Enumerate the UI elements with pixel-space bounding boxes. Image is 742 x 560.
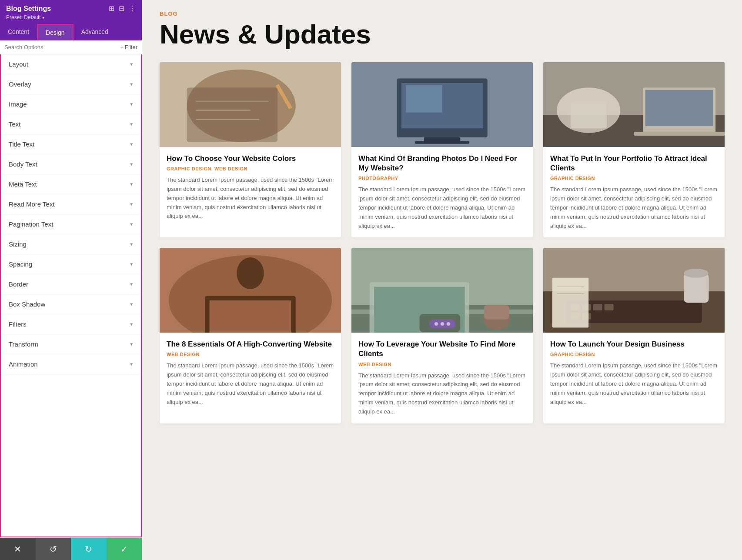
panel-title: Blog Settings <box>6 5 51 13</box>
reset-button[interactable]: ↺ <box>36 538 71 560</box>
chevron-down-icon: ▾ <box>130 201 133 207</box>
svg-rect-18 <box>634 132 725 136</box>
card-title: How To Launch Your Design Business <box>550 340 718 349</box>
search-filter-row: + Filter <box>0 40 142 54</box>
sidebar-item-transform[interactable]: Transform ▾ <box>1 334 141 354</box>
monitor-icon[interactable]: ⊞ <box>109 4 114 13</box>
right-content: BLOG News & Updates How To Choose You <box>142 0 742 560</box>
card-image <box>543 248 725 333</box>
sidebar-item-label: Transform <box>9 340 38 348</box>
panel-header: Blog Settings ⊞ ⊟ ⋮ Preset: Default ▾ <box>0 0 142 24</box>
chevron-down-icon: ▾ <box>130 361 133 367</box>
chevron-down-icon: ▾ <box>130 321 133 327</box>
card-body: How To Leverage Your Website To Find Mor… <box>351 333 533 423</box>
pagination-dot <box>447 322 450 326</box>
sidebar-options: Layout ▾ Overlay ▾ Image ▾ Text ▾ Title … <box>0 54 142 537</box>
redo-button[interactable]: ↻ <box>71 538 107 560</box>
sidebar-item-meta-text[interactable]: Meta Text ▾ <box>1 174 141 194</box>
page-title: News & Updates <box>160 20 725 49</box>
sidebar-item-label: Box Shadow <box>9 300 45 308</box>
sidebar-item-overlay[interactable]: Overlay ▾ <box>1 74 141 94</box>
preset-chevron: ▾ <box>42 15 44 20</box>
sidebar-item-label: Border <box>9 280 28 288</box>
card-text: The standard Lorem Ipsum passage, used s… <box>550 185 718 230</box>
svg-rect-25 <box>210 300 291 333</box>
pagination-dot <box>441 322 444 326</box>
card-text: The standard Lorem Ipsum passage, used s… <box>358 371 526 417</box>
chevron-down-icon: ▾ <box>130 181 133 187</box>
card-text: The standard Lorem Ipsum passage, used s… <box>358 185 526 230</box>
preset-row[interactable]: Preset: Default ▾ <box>6 14 136 20</box>
card-title: What To Put In Your Portfolio To Attract… <box>550 154 718 173</box>
chevron-down-icon: ▾ <box>130 141 133 147</box>
pagination-dots <box>429 320 455 328</box>
svg-rect-32 <box>484 305 509 320</box>
card-title: What Kind Of Branding Photos Do I Need F… <box>358 154 526 173</box>
cancel-button[interactable]: ✕ <box>0 538 36 560</box>
chevron-down-icon: ▾ <box>130 101 133 107</box>
preset-label: Preset: Default <box>6 14 40 20</box>
filter-plus-icon: + <box>120 44 124 50</box>
filter-button[interactable]: + Filter <box>120 44 137 50</box>
sidebar-item-filters[interactable]: Filters ▾ <box>1 314 141 334</box>
panel-tabs: Content Design Advanced <box>0 24 142 40</box>
card-tags: GRAPHIC DESIGN <box>550 176 718 181</box>
sidebar-item-title-text[interactable]: Title Text ▾ <box>1 134 141 154</box>
card-body: How To Launch Your Design Business GRAPH… <box>543 333 725 413</box>
bottom-toolbar: ✕ ↺ ↻ ✓ <box>0 537 142 560</box>
svg-rect-17 <box>645 90 713 126</box>
blog-card: How To Launch Your Design Business GRAPH… <box>543 248 725 423</box>
sidebar-item-label: Pagination Text <box>9 220 53 228</box>
layout-icon[interactable]: ⊟ <box>119 4 124 13</box>
sidebar-item-border[interactable]: Border ▾ <box>1 274 141 294</box>
card-image <box>543 62 725 147</box>
svg-rect-40 <box>605 304 614 311</box>
sidebar-item-pagination-text[interactable]: Pagination Text ▾ <box>1 214 141 234</box>
blog-grid: How To Choose Your Website Colors GRAPHI… <box>160 62 725 423</box>
sidebar-item-box-shadow[interactable]: Box Shadow ▾ <box>1 294 141 314</box>
card-tags: GRAPHIC DESIGN, WEB DESIGN <box>167 166 334 171</box>
card-text: The standard Lorem Ipsum passage, used s… <box>167 176 334 221</box>
svg-rect-13 <box>406 85 442 113</box>
sidebar-item-read-more-text[interactable]: Read More Text ▾ <box>1 194 141 214</box>
sidebar-item-spacing[interactable]: Spacing ▾ <box>1 254 141 274</box>
sidebar-item-label: Overlay <box>9 80 31 88</box>
sidebar-item-label: Animation <box>9 360 38 368</box>
card-tags: WEB DESIGN <box>358 362 526 367</box>
chevron-down-icon: ▾ <box>130 301 133 307</box>
card-text: The standard Lorem Ipsum passage, used s… <box>167 361 334 407</box>
panel-header-icons: ⊞ ⊟ ⋮ <box>109 4 136 13</box>
svg-rect-20 <box>571 101 607 129</box>
tab-content[interactable]: Content <box>0 24 37 40</box>
sidebar-item-body-text[interactable]: Body Text ▾ <box>1 154 141 174</box>
blog-card: How To Leverage Your Website To Find Mor… <box>351 248 533 423</box>
card-body: What Kind Of Branding Photos Do I Need F… <box>351 147 533 237</box>
more-icon[interactable]: ⋮ <box>129 4 136 13</box>
sidebar-item-sizing[interactable]: Sizing ▾ <box>1 234 141 254</box>
sidebar-item-animation[interactable]: Animation ▾ <box>1 354 141 374</box>
sidebar-item-label: Spacing <box>9 260 32 268</box>
sidebar-item-label: Read More Text <box>9 200 55 208</box>
chevron-down-icon: ▾ <box>130 261 133 267</box>
card-image <box>351 248 533 333</box>
card-body: What To Put In Your Portfolio To Attract… <box>543 147 725 237</box>
save-button[interactable]: ✓ <box>107 538 142 560</box>
sidebar-item-label: Filters <box>9 320 27 328</box>
blog-card: The 8 Essentials Of A High-Converting We… <box>160 248 341 423</box>
sidebar-item-label: Layout <box>9 60 28 68</box>
sidebar-item-text[interactable]: Text ▾ <box>1 114 141 134</box>
left-panel: Blog Settings ⊞ ⊟ ⋮ Preset: Default ▾ Co… <box>0 0 142 560</box>
sidebar-item-label: Meta Text <box>9 180 37 188</box>
sidebar-item-image[interactable]: Image ▾ <box>1 94 141 114</box>
card-tags: PHOTOGRAPHY <box>358 176 526 181</box>
sidebar-item-label: Title Text <box>9 140 34 148</box>
chevron-down-icon: ▾ <box>130 61 133 67</box>
tab-advanced[interactable]: Advanced <box>74 24 116 40</box>
sidebar-item-layout[interactable]: Layout ▾ <box>1 54 141 74</box>
chevron-down-icon: ▾ <box>130 161 133 167</box>
search-input[interactable] <box>4 44 117 50</box>
card-title: How To Leverage Your Website To Find Mor… <box>358 340 526 359</box>
chevron-down-icon: ▾ <box>130 121 133 127</box>
tab-design[interactable]: Design <box>37 24 74 40</box>
card-image <box>160 62 341 147</box>
